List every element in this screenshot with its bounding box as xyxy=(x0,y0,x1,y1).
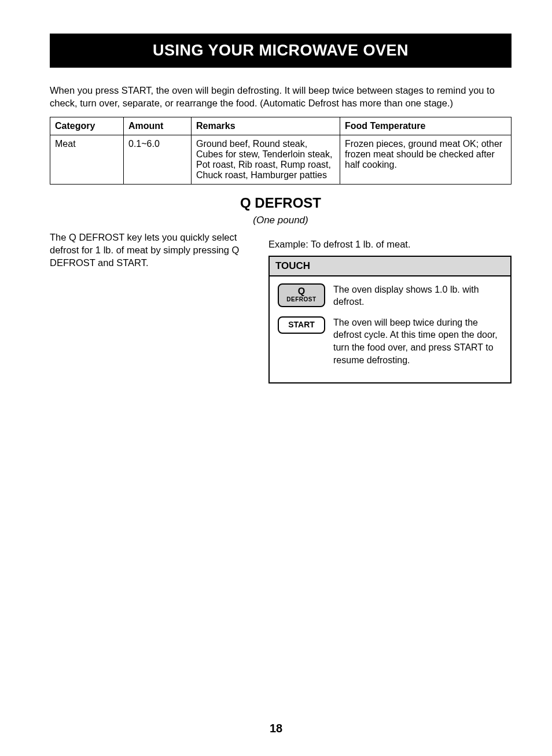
th-amount: Amount xyxy=(124,117,192,135)
step-start-text: The oven will beep twice during the defr… xyxy=(333,316,502,366)
step-q-defrost: Q DEFROST The oven display shows 1.0 lb.… xyxy=(278,283,502,308)
q-defrost-key-label: DEFROST xyxy=(284,297,319,303)
defrost-table: Category Amount Remarks Food Temperature… xyxy=(50,117,511,185)
step-q-defrost-text: The oven display shows 1.0 lb. with defr… xyxy=(333,283,502,308)
touch-panel-header: TOUCH xyxy=(270,257,510,276)
cell-category: Meat xyxy=(50,135,124,184)
q-defrost-subtitle: (One pound) xyxy=(50,215,511,226)
th-category: Category xyxy=(50,117,124,135)
page-number: 18 xyxy=(270,722,282,735)
q-defrost-heading: Q DEFROST xyxy=(50,195,511,211)
table-row: Meat 0.1~6.0 Ground beef, Round steak, C… xyxy=(50,135,511,184)
touch-panel: TOUCH Q DEFROST The oven display shows 1… xyxy=(268,256,511,384)
table-header-row: Category Amount Remarks Food Temperature xyxy=(50,117,511,135)
cell-remarks: Ground beef, Round steak, Cubes for stew… xyxy=(192,135,340,184)
section-banner: USING YOUR MICROWAVE OVEN xyxy=(50,34,511,68)
q-defrost-key[interactable]: Q DEFROST xyxy=(278,283,325,307)
example-lead: Example: To defrost 1 lb. of meat. xyxy=(268,239,511,250)
step-start: START The oven will beep twice during th… xyxy=(278,316,502,366)
q-defrost-key-icon: Q xyxy=(284,287,319,296)
cell-temperature: Frozen pieces, ground meat OK; other fro… xyxy=(340,135,511,184)
q-defrost-description: The Q DEFROST key lets you quickly selec… xyxy=(50,231,252,384)
cell-amount: 0.1~6.0 xyxy=(124,135,192,184)
th-remarks: Remarks xyxy=(192,117,340,135)
intro-text: When you press START, the oven will begi… xyxy=(50,84,511,110)
start-key-label: START xyxy=(288,320,315,329)
start-key[interactable]: START xyxy=(278,316,325,334)
th-temperature: Food Temperature xyxy=(340,117,511,135)
